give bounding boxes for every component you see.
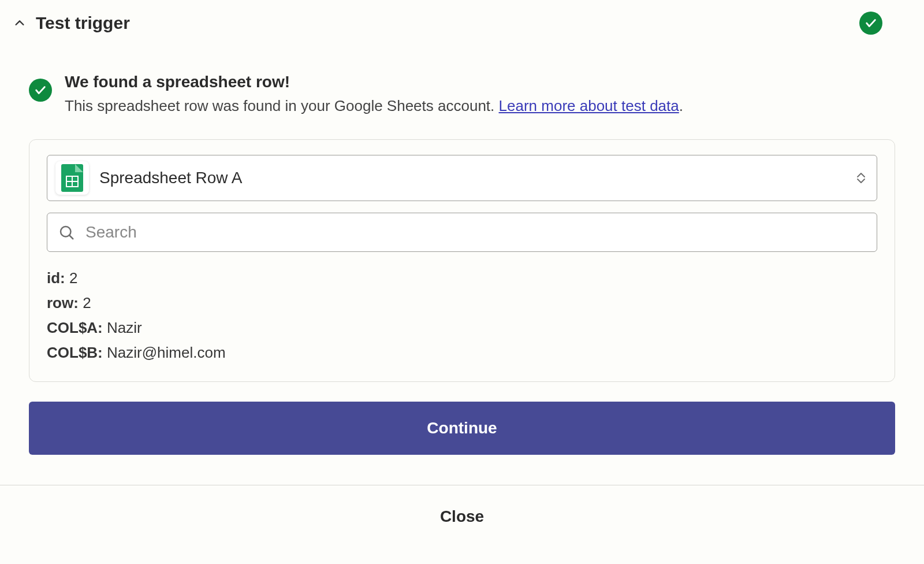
search-field[interactable] — [47, 213, 877, 252]
status-check-icon — [859, 12, 882, 35]
result-panel: Spreadsheet Row A id: 2 row: 2 COL$A: Na… — [29, 139, 895, 382]
search-input[interactable] — [84, 222, 866, 242]
field-row: row: 2 — [47, 291, 877, 316]
result-title: We found a spreadsheet row! — [65, 73, 683, 91]
chevron-up-icon — [13, 16, 27, 30]
result-description: This spreadsheet row was found in your G… — [65, 95, 683, 117]
field-row: COL$A: Nazir — [47, 316, 877, 340]
sort-arrows-icon — [854, 169, 869, 187]
section-header[interactable]: Test trigger — [13, 6, 879, 44]
test-result: We found a spreadsheet row! This spreads… — [29, 44, 895, 131]
field-row: id: 2 — [47, 266, 877, 291]
field-list: id: 2 row: 2 COL$A: Nazir COL$B: Nazir@h… — [47, 266, 877, 365]
continue-button[interactable]: Continue — [29, 402, 895, 455]
learn-more-link[interactable]: Learn more about test data — [499, 97, 679, 114]
google-sheets-icon — [55, 161, 89, 195]
close-button[interactable]: Close — [0, 485, 924, 548]
svg-line-1 — [69, 235, 73, 239]
search-icon — [58, 224, 75, 241]
success-check-icon — [29, 79, 52, 102]
section-title: Test trigger — [36, 13, 859, 33]
row-selector-label: Spreadsheet Row A — [99, 169, 854, 187]
row-selector[interactable]: Spreadsheet Row A — [47, 155, 877, 201]
field-row: COL$B: Nazir@himel.com — [47, 340, 877, 365]
